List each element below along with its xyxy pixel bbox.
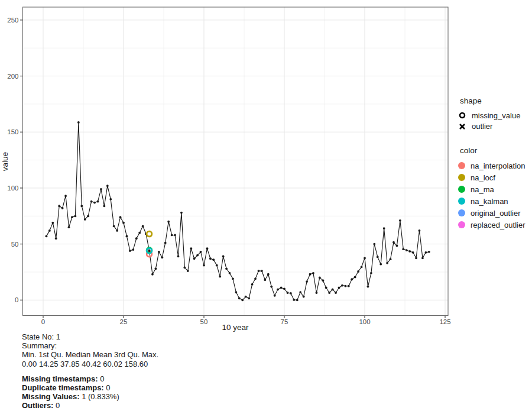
legend-item-na-locf: na_locf (458, 172, 532, 183)
legend-item-missing-value: missing_value (458, 110, 532, 121)
legend-item-label: replaced_outlier (471, 221, 525, 229)
state-number-line: State No: 1 (22, 332, 158, 341)
color-swatch (458, 221, 465, 228)
summary-title: Summary: (22, 341, 158, 350)
svg-text:125: 125 (439, 318, 450, 325)
svg-text:250: 250 (7, 17, 18, 24)
x-cross-icon (458, 122, 466, 131)
legend-item-outlier: outlier (458, 121, 532, 132)
open-circle-icon (458, 111, 466, 119)
svg-text:0: 0 (41, 318, 45, 325)
legend-item-na-interpolation: na_interpolation (458, 160, 532, 172)
svg-text:100: 100 (7, 185, 18, 192)
svg-text:50: 50 (11, 241, 19, 248)
legend-shape-section: shape missing_value outlier (458, 96, 532, 132)
y-axis-title: value (1, 152, 9, 171)
legend-item-original-outlier: original_outlier (458, 207, 532, 219)
legend-item-label: na_kalman (471, 197, 508, 206)
x-axis-title: 10 year (222, 323, 249, 332)
legend-item-label: na_interpolation (471, 161, 525, 170)
svg-text:100: 100 (359, 318, 370, 325)
color-swatch (458, 209, 465, 216)
legend-item-replaced-outlier: replaced_outlier (458, 219, 532, 231)
svg-text:200: 200 (7, 73, 18, 80)
grid-layer (23, 7, 449, 316)
legend-item-na-kalman: na_kalman (458, 195, 532, 207)
summary-header: Min. 1st Qu. Median Mean 3rd Qu. Max. (22, 350, 158, 359)
series-layer (23, 7, 449, 316)
outliers-line: Outliers: 0 (22, 401, 158, 410)
svg-text:150: 150 (7, 128, 18, 135)
legend-item-label: missing_value (472, 111, 520, 120)
legend-item-label: na_locf (471, 173, 495, 182)
svg-text:0: 0 (15, 296, 18, 303)
color-swatch (458, 186, 465, 193)
legend-item-na-ma: na_ma (458, 183, 532, 195)
legend-item-label: outlier (472, 122, 492, 131)
color-swatch (458, 162, 465, 169)
stats-panel: State No: 1 Summary: Min. 1st Qu. Median… (22, 332, 158, 410)
axis-layer: 0255075100125050100150200250 (7, 17, 450, 325)
svg-text:25: 25 (120, 318, 128, 325)
duplicate-timestamps-line: Duplicate timestamps: 0 (22, 383, 158, 392)
color-swatch (458, 198, 465, 205)
summary-values: 0.00 14.25 37.85 40.42 60.02 158.60 (22, 360, 158, 368)
svg-text:50: 50 (200, 318, 208, 325)
color-swatch (458, 174, 465, 181)
legend: shape missing_value outlier color na_int… (458, 96, 532, 231)
missing-timestamps-line: Missing timestamps: 0 (22, 374, 158, 383)
legend-color-title: color (460, 146, 532, 155)
missing-values-line: Missing Values: 1 (0.833%) (22, 392, 158, 401)
legend-shape-title: shape (460, 96, 532, 105)
svg-text:75: 75 (281, 318, 288, 325)
timeseries-plot: 0255075100125050100150200250 10 year val… (0, 0, 452, 334)
legend-item-label: na_ma (471, 185, 494, 194)
legend-color-section: color na_interpolation na_locf na_ma na_… (458, 146, 532, 231)
legend-item-label: original_outlier (471, 209, 521, 218)
